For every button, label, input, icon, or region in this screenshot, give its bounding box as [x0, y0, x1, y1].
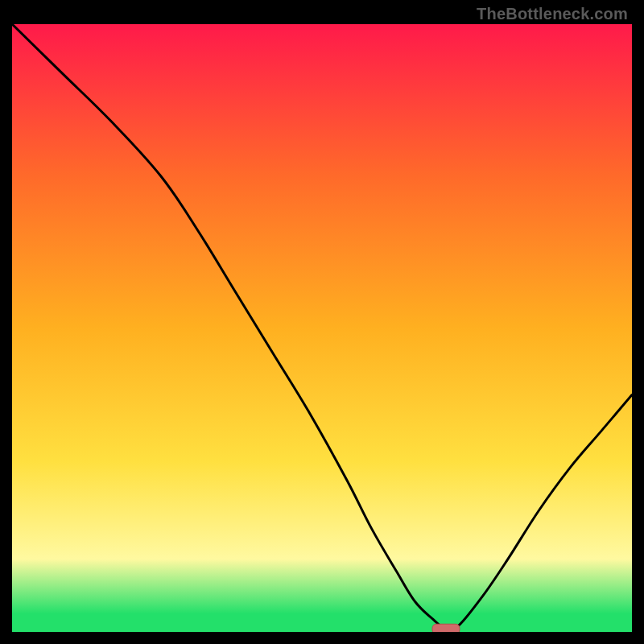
bottleneck-chart	[12, 24, 632, 632]
figure-root: { "watermark": "TheBottleneck.com", "col…	[0, 0, 644, 644]
optimum-marker	[432, 624, 460, 632]
watermark-text: TheBottleneck.com	[477, 5, 628, 23]
chart-green-band	[12, 622, 632, 632]
chart-container	[12, 24, 632, 632]
